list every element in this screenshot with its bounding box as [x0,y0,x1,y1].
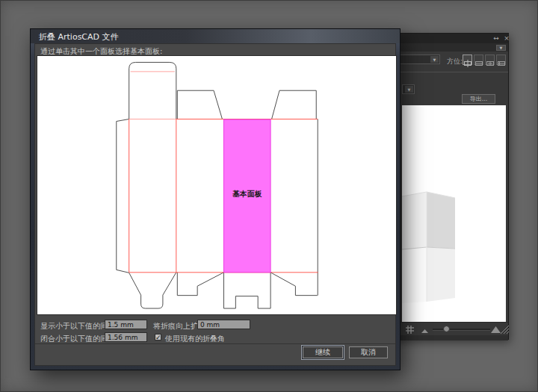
restore-icon[interactable]: ↔ [492,34,501,43]
zoom-out-icon[interactable] [421,329,428,333]
dieline-canvas[interactable]: 基本面板 [37,55,397,315]
dust-flap-left[interactable] [177,90,222,119]
cancel-button[interactable]: 取消 [349,346,388,358]
chevron-down-icon: ▼ [405,86,413,93]
export-button[interactable]: 导出... [462,94,495,104]
orientation-label: 方位: [447,57,463,66]
panel-menu-dropdown[interactable]: ▼ [496,45,506,51]
plugin-bottom-strip [391,335,508,340]
zoom-bar [391,322,508,335]
orientation-up-icon [464,60,471,67]
orientation-right-icon [475,60,483,67]
plugin-menu-strip [391,43,508,52]
3d-preview-canvas[interactable] [402,105,506,322]
show-gap-input[interactable] [105,320,147,329]
dialog-titlebar[interactable]: 折叠 ArtiosCAD 文件 [31,29,400,43]
zoom-in-icon[interactable] [491,326,501,333]
fold-dialog-window: 折叠 ArtiosCAD 文件 通过单击其中一个面板选择基本面板: [30,28,401,370]
use-existing-angles-label: 使用现有的折叠角 [165,334,225,344]
bottom-flap-left[interactable] [177,273,223,296]
bottom-tuck-flap[interactable] [129,273,176,308]
dialog-title: 折叠 ArtiosCAD 文件 [39,31,119,43]
screenshot-stage: ↔ × ▼ ▼ 方位: [0,0,538,392]
glue-flap[interactable] [117,119,129,273]
zoom-slider-track[interactable] [433,329,490,331]
artioscad-plugin-window: ↔ × ▼ ▼ 方位: [390,33,509,340]
dieline-drawing: 基本面板 [37,56,396,314]
orientation-flip-icon [498,60,505,67]
bottom-lock-flap[interactable] [223,273,270,308]
zoom-slider-thumb[interactable] [443,326,450,332]
dust-flap-right[interactable] [272,90,317,119]
orientation-button-4[interactable] [496,55,506,65]
plugin-titlebar[interactable] [391,34,508,43]
orientation-button-3[interactable] [485,55,495,65]
close-gap-input[interactable] [105,332,147,342]
orientation-button-1[interactable] [463,55,472,65]
dialog-body: 通过单击其中一个面板选择基本面板: [34,43,396,366]
resize-grip-icon[interactable] [501,326,509,334]
use-existing-angles-checkbox[interactable]: ✓ [155,334,161,340]
tuck-flap[interactable] [129,62,176,119]
orientation-button-2[interactable] [474,55,483,65]
footer-divider [35,343,395,344]
bottom-flap-right[interactable] [270,273,318,296]
3d-box-preview [402,105,506,322]
view-dropdown[interactable]: ▼ [402,84,415,94]
close-icon[interactable]: × [502,34,511,43]
toolbar-divider [391,72,508,72]
chevron-down-icon: ▼ [430,56,439,63]
base-panel-label: 基本面板 [232,190,262,198]
grid-icon[interactable] [406,326,414,334]
orientation-left-icon [486,60,494,67]
continue-button[interactable]: 继续 [303,346,343,358]
extend-crease-input[interactable] [197,320,250,329]
